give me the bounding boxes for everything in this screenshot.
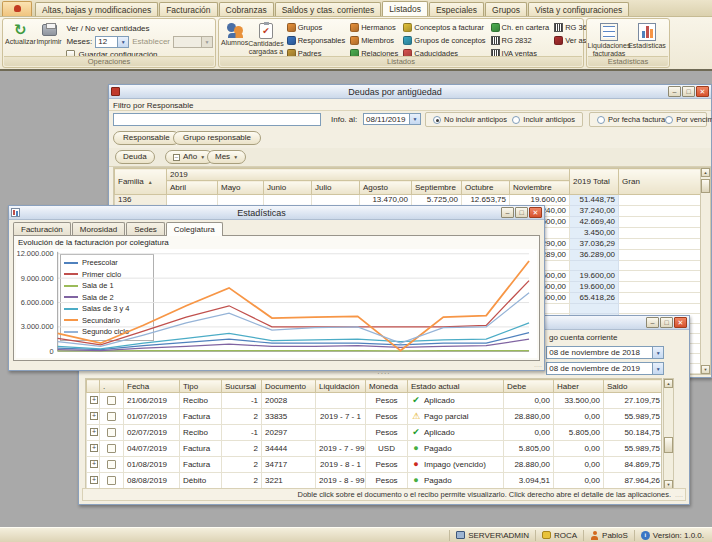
responsable-button[interactable]: Responsable [113,131,180,145]
radio-por-vencimiento[interactable]: Por vencimiento [665,115,712,124]
expand-row-icon[interactable]: + [90,460,98,468]
ribbon-item-hermanos[interactable]: Hermanos [350,22,398,33]
year-group-header[interactable]: 2019 [167,169,570,181]
cc-column-header-blank[interactable] [87,380,100,393]
row-checkbox[interactable] [107,428,116,437]
maximize-button[interactable]: □ [515,207,528,218]
responsable-filter-input[interactable] [113,113,321,126]
cc-column-header-documento[interactable]: Documento [262,380,316,393]
meses-select[interactable]: 12 ▼ [95,36,129,48]
scrollbar-thumb[interactable] [701,179,710,193]
deudas-vertical-scrollbar[interactable]: ▲ ▼ [700,167,711,375]
estadisticas-button[interactable]: Estadísticas [629,20,665,50]
month-column-header-mayo[interactable]: Mayo [218,181,264,195]
month-column-header-abril[interactable]: Abril [167,181,218,195]
cc-column-header-debe[interactable]: Debe [504,380,554,393]
month-column-header-julio[interactable]: Julio [312,181,360,195]
row-checkbox[interactable] [107,412,116,421]
month-column-header-septiembre[interactable]: Septiembre [412,181,462,195]
stats-tab-morosidad[interactable]: Morosidad [72,222,125,235]
expand-row-icon[interactable]: + [90,396,98,404]
row-checkbox[interactable] [107,396,116,405]
grupo-responsable-button[interactable]: Grupo responsable [173,131,261,145]
month-column-header-noviembre[interactable]: Noviembre [510,181,570,195]
cc-table-row[interactable]: +01/08/2019Factura2347172019 - 8 - 1Peso… [87,457,663,473]
minimize-button[interactable]: – [501,207,514,218]
ribbon-tab-grupos[interactable]: Grupos [485,2,527,16]
stats-tab-sedes[interactable]: Sedes [126,222,165,235]
cc-column-header-fecha[interactable]: Fecha [124,380,180,393]
ribbon-item-miembros[interactable]: Miembros [350,35,398,46]
scrollbar-thumb[interactable] [664,437,673,453]
radio-incluir-anticipos[interactable]: Incluir anticipos [512,115,575,124]
ribbon-item-conceptos-a-facturar[interactable]: Conceptos a facturar [403,22,485,33]
info-date-select[interactable]: 08/11/2019 ▼ [363,113,421,125]
deuda-field-button[interactable]: Deuda [115,150,155,164]
scroll-up-icon[interactable]: ▲ [701,168,710,177]
close-button[interactable]: ✕ [529,207,542,218]
chevron-down-icon[interactable]: ▼ [409,114,420,124]
actualizar-button[interactable]: ↻ Actualizar [5,20,36,46]
ribbon-tab-listados[interactable]: Listados [382,1,428,16]
resize-grip-icon[interactable]: ···· [534,363,542,369]
cc-table-row[interactable]: +08/08/2019Débito232212019 - 8 - 99Pesos… [87,473,663,489]
alumnos-button[interactable]: Alumnos [221,20,248,47]
deudas-titlebar[interactable]: Deudas por antigüedad – □ ✕ [109,85,711,99]
ribbon-tab-vista-y-configuraciones[interactable]: Vista y configuraciones [528,2,629,16]
gran-total-column-header[interactable]: Gran [619,169,701,195]
cc-table-row[interactable]: +04/07/2019Factura2344442019 - 7 - 99USD… [87,441,663,457]
imprimir-button[interactable]: Imprimir [36,20,63,46]
month-column-header-junio[interactable]: Junio [264,181,312,195]
cc-column-header-liquidación[interactable]: Liquidación [316,380,366,393]
scroll-down-icon[interactable]: ▼ [701,365,710,374]
total-column-header[interactable]: 2019 Total [570,169,619,195]
ribbon-item-grupos-de-conceptos[interactable]: Grupos de conceptos [403,35,485,46]
chevron-down-icon[interactable]: ▼ [117,37,128,47]
app-logo-icon[interactable] [2,1,32,16]
collapse-icon[interactable]: – [173,154,180,161]
maximize-button[interactable]: □ [682,86,695,97]
row-checkbox[interactable] [107,460,116,469]
cc-vertical-scrollbar[interactable]: ▲ ▼ [663,378,674,490]
month-column-header-agosto[interactable]: Agosto [360,181,412,195]
scroll-up-icon[interactable]: ▲ [664,379,673,388]
cc-column-header-saldo[interactable]: Saldo [604,380,663,393]
cc-table-row[interactable]: +01/07/2019Factura2338352019 - 7 - 1Peso… [87,409,663,425]
stats-titlebar[interactable]: Estadísticas – □ ✕ [9,206,544,220]
liquidaciones-facturadas-button[interactable]: Liquidaciones facturadas [589,20,629,58]
row-checkbox[interactable] [107,476,116,485]
stats-tab-facturación[interactable]: Facturación [13,222,71,235]
ribbon-tab-facturación[interactable]: Facturación [159,2,217,16]
expand-row-icon[interactable]: + [90,412,98,420]
ribbon-tab-cobranzas[interactable]: Cobranzas [219,2,274,16]
cc-column-header-estado-actual[interactable]: Estado actual [408,380,504,393]
expand-row-icon[interactable]: + [90,428,98,436]
ver-cantidades-button[interactable]: Ver / No ver cantidades [66,22,213,35]
expand-row-icon[interactable]: + [90,476,98,484]
anio-field-button[interactable]: – Año ▼ [165,150,213,164]
ribbon-item-grupos[interactable]: Grupos [287,22,346,33]
minimize-button[interactable]: – [668,86,681,97]
radio-no-incluir-anticipos[interactable]: No incluir anticipos [433,115,507,124]
chevron-down-icon[interactable]: ▼ [652,347,663,358]
ribbon-item-ch-en-cartera[interactable]: Ch. en cartera [491,22,550,33]
resize-grip-icon[interactable]: ···· [675,493,683,499]
stats-tab-colegiatura[interactable]: Colegiatura [166,222,223,236]
cc-column-header-tipo[interactable]: Tipo [180,380,222,393]
mes-field-button[interactable]: Mes ▼ [207,150,246,164]
close-button[interactable]: ✕ [674,317,687,328]
cc-table-row[interactable]: +02/07/2019Recibo-120297Pesos✔Aplicado0,… [87,425,663,441]
close-button[interactable]: ✕ [696,86,709,97]
cc-column-header-moneda[interactable]: Moneda [366,380,408,393]
cc-column-header-[interactable]: . [100,380,124,393]
ribbon-tab-saldos-y-ctas-corrientes[interactable]: Saldos y ctas. corrientes [275,2,382,16]
date-from-select[interactable]: 08 de noviembre de 2018 ▼ [546,346,664,359]
minimize-button[interactable]: – [646,317,659,328]
familia-column-header[interactable]: Familia▲ [115,169,167,195]
cc-table-row[interactable]: +21/06/2019Recibo-120028Pesos✔Aplicado0,… [87,393,663,409]
cc-column-header-haber[interactable]: Haber [554,380,604,393]
month-column-header-octubre[interactable]: Octubre [462,181,510,195]
row-checkbox[interactable] [107,444,116,453]
radio-por-fecha-factura[interactable]: Por fecha factura [597,115,665,124]
cc-column-header-sucursal[interactable]: Sucursal [222,380,262,393]
